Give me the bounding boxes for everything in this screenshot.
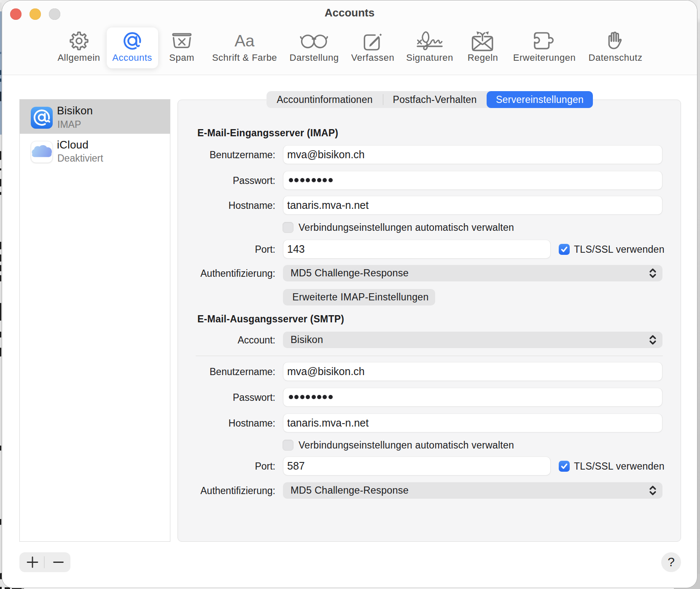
svg-text:Aa: Aa [234,32,255,50]
